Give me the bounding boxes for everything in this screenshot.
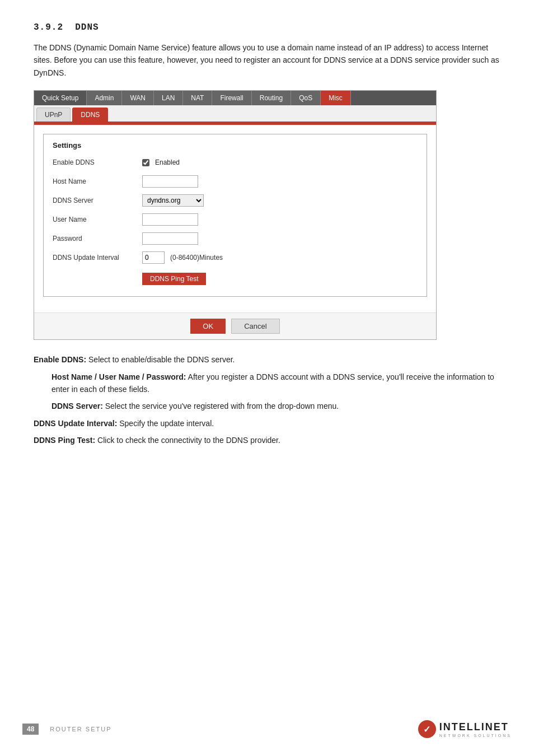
tab-misc[interactable]: Misc <box>321 91 351 105</box>
label-ddns-server: DDNS Server <box>53 197 142 204</box>
value-enable-ddns: Enabled <box>142 158 180 166</box>
tab-nat[interactable]: NAT <box>183 91 212 105</box>
settings-legend: Settings <box>53 141 418 150</box>
ping-test-row: DDNS Ping Test <box>53 269 418 285</box>
subtab-upnp[interactable]: UPnP <box>36 108 71 122</box>
intellinet-name: INTELLINET <box>439 721 512 733</box>
intro-paragraph: The DDNS (Dynamic Domain Name Service) f… <box>34 41 500 79</box>
value-user-name <box>142 213 198 226</box>
value-ddns-server: dyndns.org <box>142 194 204 207</box>
ping-test-button[interactable]: DDNS Ping Test <box>142 273 206 285</box>
select-ddns-server[interactable]: dyndns.org <box>142 194 204 207</box>
field-host-name: Host Name <box>53 174 418 189</box>
ping-test-value: DDNS Ping Test <box>142 269 206 285</box>
tab-routing[interactable]: Routing <box>252 91 291 105</box>
value-password <box>142 232 198 245</box>
input-host-name[interactable] <box>142 175 198 188</box>
field-ddns-server: DDNS Server dyndns.org <box>53 193 418 208</box>
desc-enable-ddns: Enable DDNS: Select to enable/disable th… <box>34 353 500 366</box>
desc-ddns-server: DDNS Server: Select the service you've r… <box>51 400 500 412</box>
intellinet-logo: ✓ INTELLINET NETWORK SOLUTIONS <box>418 720 512 738</box>
label-enable-ddns: Enable DDNS <box>53 158 142 166</box>
router-panel: Quick Setup Admin WAN LAN NAT Firewall R… <box>34 90 437 340</box>
label-password: Password <box>53 235 142 242</box>
input-password[interactable] <box>142 232 198 245</box>
desc-ddns-update: DDNS Update Interval: Specify the update… <box>34 417 500 430</box>
field-update-interval: DDNS Update Interval (0-86400)Minutes <box>53 250 418 265</box>
tab-quick-setup[interactable]: Quick Setup <box>34 91 87 105</box>
tab-wan[interactable]: WAN <box>122 91 154 105</box>
desc-ddns-ping: DDNS Ping Test: Click to check the conne… <box>34 434 500 446</box>
cancel-button[interactable]: Cancel <box>231 319 279 334</box>
input-user-name[interactable] <box>142 213 198 226</box>
settings-box: Settings Enable DDNS Enabled Host Name D… <box>43 134 427 297</box>
field-password: Password <box>53 231 418 246</box>
input-update-interval[interactable] <box>142 251 165 264</box>
tab-qos[interactable]: QoS <box>291 91 321 105</box>
label-update-interval: DDNS Update Interval <box>53 254 142 262</box>
logo-text-wrap: INTELLINET NETWORK SOLUTIONS <box>439 721 512 738</box>
tab-firewall[interactable]: Firewall <box>212 91 251 105</box>
page-footer: 48 ROUTER SETUP ✓ INTELLINET NETWORK SOL… <box>0 720 534 738</box>
router-setup-label: ROUTER SETUP <box>50 726 111 732</box>
field-enable-ddns: Enable DDNS Enabled <box>53 155 418 170</box>
section-title: 3.9.2 DDNS <box>34 22 500 32</box>
desc-host-user-pass: Host Name / User Name / Password: After … <box>51 371 500 396</box>
intellinet-sub: NETWORK SOLUTIONS <box>439 734 512 738</box>
tab-lan[interactable]: LAN <box>154 91 183 105</box>
ok-button[interactable]: OK <box>190 319 226 334</box>
page-number: 48 <box>22 724 39 735</box>
tab-admin[interactable]: Admin <box>87 91 122 105</box>
interval-hint: (0-86400)Minutes <box>170 254 223 262</box>
nav-tabs-bar: Quick Setup Admin WAN LAN NAT Firewall R… <box>34 91 436 105</box>
panel-content: Settings Enable DDNS Enabled Host Name D… <box>34 125 436 312</box>
field-user-name: User Name <box>53 212 418 227</box>
subtab-ddns[interactable]: DDNS <box>72 108 108 122</box>
checkbox-enabled-label: Enabled <box>155 158 180 166</box>
checkbox-enable-ddns[interactable] <box>142 159 149 166</box>
footer-left: 48 ROUTER SETUP <box>22 724 112 735</box>
value-host-name <box>142 175 198 188</box>
label-host-name: Host Name <box>53 178 142 185</box>
panel-footer: OK Cancel <box>34 312 436 339</box>
value-update-interval: (0-86400)Minutes <box>142 251 223 264</box>
intellinet-icon: ✓ <box>418 720 436 738</box>
label-user-name: User Name <box>53 216 142 223</box>
sub-tabs-bar: UPnP DDNS <box>34 105 436 123</box>
